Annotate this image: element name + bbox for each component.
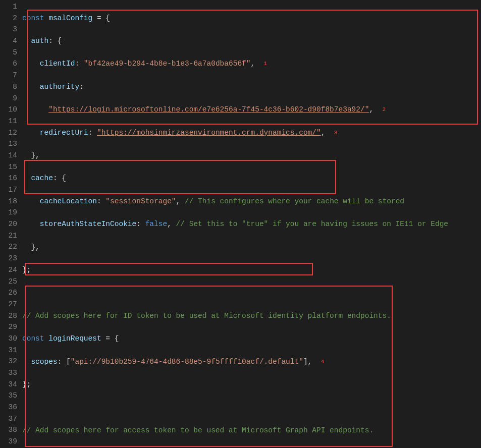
prop-authority: authority <box>40 83 79 91</box>
line-number: 19 <box>0 207 17 218</box>
line-number: 29 <box>0 321 17 333</box>
line-number: 37 <box>0 413 17 425</box>
str-authority: "https://login.microsoftonline.com/e7e62… <box>48 105 369 114</box>
keyword-false: false <box>145 220 168 228</box>
str-cacheLocation: "sessionStorage" <box>105 197 176 205</box>
line-number: 39 <box>0 436 17 447</box>
line-number: 24 <box>0 264 17 276</box>
code-line[interactable]: cacheLocation: "sessionStorage", // This… <box>22 196 481 207</box>
code-line[interactable]: clientId: "bf42ae49-b294-4b8e-b1e3-6a7a0… <box>22 58 481 70</box>
code-line[interactable]: const loginRequest = { <box>22 333 481 345</box>
line-number: 10 <box>0 104 17 116</box>
code-line[interactable]: redirectUri: "https://mohsinmirzasenviro… <box>22 127 481 139</box>
line-number: 36 <box>0 402 17 413</box>
prop-redirectUri: redirectUri <box>40 129 88 137</box>
prop-cache: cache <box>31 174 53 182</box>
prop-scopes: scopes <box>31 358 57 366</box>
line-number: 32 <box>0 356 17 367</box>
ident-msalConfig: msalConfig <box>48 14 92 22</box>
code-line[interactable]: authority: <box>22 81 481 93</box>
line-number: 38 <box>0 424 17 436</box>
line-number: 13 <box>0 138 17 150</box>
comment: // Add scopes here for access token to b… <box>22 426 373 434</box>
code-line[interactable]: }; <box>22 264 481 276</box>
code-line[interactable]: }, <box>22 150 481 161</box>
code-line[interactable]: storeAuthStateInCookie: false, // Set th… <box>22 218 481 230</box>
code-line[interactable]: }, <box>22 242 481 253</box>
line-number: 8 <box>0 81 17 93</box>
line-number: 30 <box>0 333 17 345</box>
line-number: 34 <box>0 379 17 390</box>
line-number: 35 <box>0 390 17 402</box>
annotation-1: 1 <box>264 61 268 67</box>
line-number: 14 <box>0 150 17 161</box>
line-number: 23 <box>0 253 17 264</box>
code-line[interactable] <box>22 402 481 413</box>
str-loginScope: "api://9b10b259-4764-4d86-88e5-9f5ffff10… <box>71 358 303 366</box>
comment: // Add scopes here for ID token to be us… <box>22 312 391 320</box>
prop-storeAuth: storeAuthStateInCookie <box>40 220 136 228</box>
line-number: 26 <box>0 287 17 299</box>
str-redirectUri: "https://mohsinmirzasenvironment.crm.dyn… <box>97 129 321 137</box>
code-area[interactable]: const msalConfig = { auth: { clientId: "… <box>22 0 481 448</box>
ident-loginRequest: loginRequest <box>48 334 101 343</box>
line-number: 5 <box>0 47 17 59</box>
str-clientId: "bf42ae49-b294-4b8e-b1e3-6a7a0dba656f" <box>84 60 251 68</box>
line-number: 31 <box>0 345 17 356</box>
line-number: 27 <box>0 299 17 310</box>
code-line[interactable]: cache: { <box>22 173 481 184</box>
code-line[interactable] <box>22 287 481 299</box>
code-line[interactable]: }; <box>22 379 481 390</box>
line-number: 20 <box>0 218 17 230</box>
prop-clientId: clientId <box>40 60 75 68</box>
keyword-const: const <box>22 14 44 22</box>
line-number: 18 <box>0 196 17 207</box>
code-line[interactable]: const msalConfig = { <box>22 13 481 24</box>
comment: // Set this to "true" if you are having … <box>176 220 449 228</box>
line-number: 6 <box>0 58 17 70</box>
code-line[interactable]: "https://login.microsoftonline.com/e7e62… <box>22 104 481 116</box>
line-number: 12 <box>0 127 17 139</box>
line-number-gutter: 1 2 3 4 5 6 7 8 9 10 11 12 13 14 15 16 1… <box>0 0 22 448</box>
line-number: 2 <box>0 13 17 24</box>
line-number: 15 <box>0 161 17 173</box>
code-line[interactable]: // Add scopes here for access token to b… <box>22 425 481 436</box>
line-number: 21 <box>0 230 17 242</box>
code-line[interactable]: scopes: ["api://9b10b259-4764-4d86-88e5-… <box>22 356 481 368</box>
annotation-4: 4 <box>321 359 325 365</box>
code-editor[interactable]: 1 2 3 4 5 6 7 8 9 10 11 12 13 14 15 16 1… <box>0 0 481 448</box>
line-number: 25 <box>0 276 17 288</box>
prop-auth: auth <box>31 37 48 45</box>
line-number: 33 <box>0 367 17 379</box>
prop-cacheLocation: cacheLocation <box>40 197 97 205</box>
line-number: 16 <box>0 173 17 184</box>
code-line[interactable]: auth: { <box>22 35 481 47</box>
line-number: 17 <box>0 184 17 196</box>
line-number: 7 <box>0 70 17 81</box>
line-number: 1 <box>0 1 17 13</box>
annotation-3: 3 <box>334 130 338 136</box>
code-line[interactable]: // Add scopes here for ID token to be us… <box>22 310 481 322</box>
annotation-2: 2 <box>383 106 386 113</box>
line-number: 11 <box>0 116 17 127</box>
line-number: 9 <box>0 93 17 104</box>
line-number: 28 <box>0 310 17 322</box>
keyword-const: const <box>22 334 44 343</box>
line-number: 22 <box>0 241 17 253</box>
comment: // This configures where your cache will… <box>185 197 404 205</box>
line-number: 4 <box>0 35 17 47</box>
line-number: 3 <box>0 24 17 35</box>
